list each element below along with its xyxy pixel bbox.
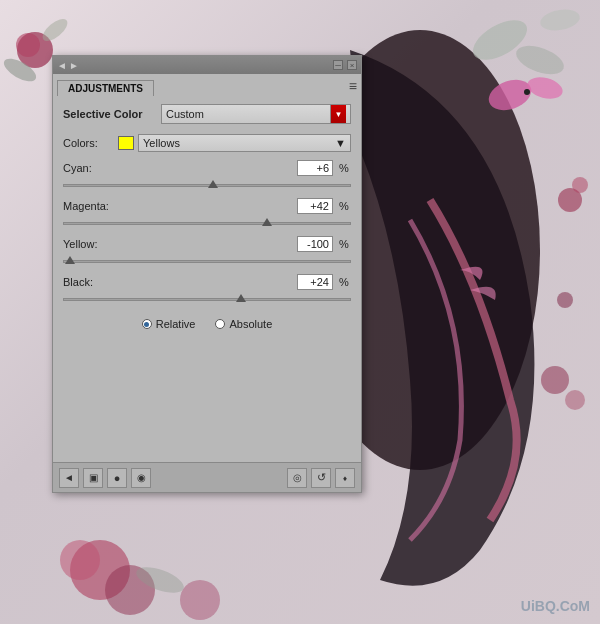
toolbar-delete-button[interactable]: ⬧ <box>335 468 355 488</box>
magenta-slider-track[interactable] <box>63 222 351 225</box>
method-radio-group: Relative Absolute <box>63 318 351 330</box>
black-label: Black: <box>63 276 128 288</box>
absolute-radio-option[interactable]: Absolute <box>215 318 272 330</box>
magenta-slider-thumb[interactable] <box>262 218 272 226</box>
yellow-value[interactable]: -100 <box>297 236 333 252</box>
cyan-unit: % <box>339 162 351 174</box>
toolbar-fill-button[interactable]: ● <box>107 468 127 488</box>
black-slider-track[interactable] <box>63 298 351 301</box>
cyan-slider-section: Cyan: +6 % <box>63 160 351 192</box>
relative-radio-label: Relative <box>156 318 196 330</box>
cyan-value[interactable]: +6 <box>297 160 333 176</box>
magenta-slider-section: Magenta: +42 % <box>63 198 351 230</box>
cyan-slider-track-container <box>63 178 351 192</box>
black-slider-thumb[interactable] <box>236 294 246 302</box>
selective-color-row: Selective Color Custom ▼ <box>63 104 351 124</box>
yellow-unit: % <box>339 238 351 250</box>
colors-label: Colors: <box>63 137 118 149</box>
panel-toolbar: ◄ ▣ ● ◉ ◎ ↺ ⬧ <box>53 462 361 492</box>
color-dropdown-arrow-icon: ▼ <box>335 137 346 149</box>
panel-empty-area <box>53 342 361 462</box>
absolute-radio-label: Absolute <box>229 318 272 330</box>
panel-minimize-button[interactable]: ─ <box>333 60 343 70</box>
black-value[interactable]: +24 <box>297 274 333 290</box>
magenta-slider-header: Magenta: +42 % <box>63 198 351 214</box>
cyan-slider-header: Cyan: +6 % <box>63 160 351 176</box>
panel-tabs: ADJUSTMENTS ≡ <box>53 74 361 96</box>
black-unit: % <box>339 276 351 288</box>
colors-row: Colors: Yellows ▼ <box>63 134 351 152</box>
toolbar-eye-button[interactable]: ◉ <box>131 468 151 488</box>
color-dropdown[interactable]: Yellows ▼ <box>138 134 351 152</box>
arrow-left-icon[interactable]: ◄ <box>57 60 67 71</box>
tab-adjustments[interactable]: ADJUSTMENTS <box>57 80 154 96</box>
yellow-label: Yellow: <box>63 238 128 250</box>
color-swatch <box>118 136 134 150</box>
magenta-value[interactable]: +42 <box>297 198 333 214</box>
relative-radio-option[interactable]: Relative <box>142 318 196 330</box>
magenta-slider-track-container <box>63 216 351 230</box>
black-slider-track-container <box>63 292 351 306</box>
panel-menu-icon[interactable]: ≡ <box>349 78 357 94</box>
panel-body: Selective Color Custom ▼ Colors: Yellows… <box>53 96 361 342</box>
absolute-radio-button[interactable] <box>215 319 225 329</box>
panel-nav-arrows[interactable]: ◄ ► <box>57 60 79 71</box>
arrow-right-icon[interactable]: ► <box>69 60 79 71</box>
yellow-slider-thumb[interactable] <box>65 256 75 264</box>
toolbar-options-button[interactable]: ◎ <box>287 468 307 488</box>
panel-titlebar: ◄ ► ─ × <box>53 56 361 74</box>
cyan-slider-thumb[interactable] <box>208 180 218 188</box>
adjustments-panel: ◄ ► ─ × ADJUSTMENTS ≡ Selective Color Cu… <box>52 55 362 493</box>
magenta-label: Magenta: <box>63 200 128 212</box>
toolbar-reset-button[interactable]: ↺ <box>311 468 331 488</box>
panel-controls: ─ × <box>333 60 357 70</box>
yellow-slider-track-container <box>63 254 351 268</box>
cyan-label: Cyan: <box>63 162 128 174</box>
cyan-slider-track[interactable] <box>63 184 351 187</box>
relative-radio-button[interactable] <box>142 319 152 329</box>
yellow-slider-track[interactable] <box>63 260 351 263</box>
toolbar-right-buttons: ◎ ↺ ⬧ <box>287 468 355 488</box>
panel-close-button[interactable]: × <box>347 60 357 70</box>
yellow-slider-header: Yellow: -100 % <box>63 236 351 252</box>
yellow-slider-section: Yellow: -100 % <box>63 236 351 268</box>
toolbar-new-layer-button[interactable]: ▣ <box>83 468 103 488</box>
preset-dropdown-arrow: ▼ <box>330 105 346 123</box>
preset-dropdown[interactable]: Custom ▼ <box>161 104 351 124</box>
black-slider-header: Black: +24 % <box>63 274 351 290</box>
magenta-unit: % <box>339 200 351 212</box>
watermark: UiBQ.CoM <box>521 598 590 614</box>
selective-color-label: Selective Color <box>63 108 153 120</box>
black-slider-section: Black: +24 % <box>63 274 351 306</box>
toolbar-back-button[interactable]: ◄ <box>59 468 79 488</box>
toolbar-left-buttons: ◄ ▣ ● ◉ <box>59 468 151 488</box>
